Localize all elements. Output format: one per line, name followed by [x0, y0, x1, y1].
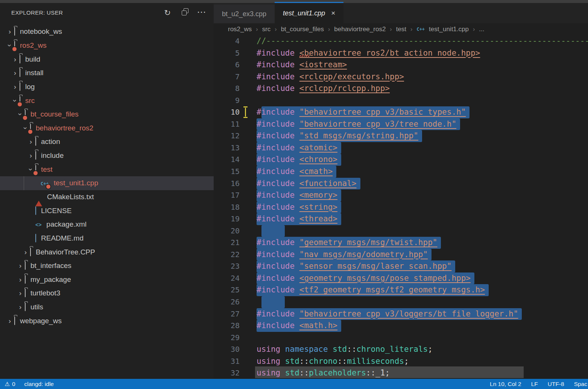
- code-line-30[interactable]: 30using namespace std::chrono_literals;: [214, 344, 588, 356]
- breadcrumb-item-ros2_ws[interactable]: ros2_ws: [228, 26, 252, 33]
- line-content[interactable]: #include <string>: [240, 201, 588, 213]
- line-content[interactable]: #include "behaviortree_cpp_v3/loggers/bt…: [240, 308, 588, 320]
- tab-close-icon[interactable]: ×: [331, 9, 335, 17]
- line-content[interactable]: [240, 296, 588, 308]
- code-line-15[interactable]: 15#include <cmath>: [214, 166, 588, 178]
- code-line-9[interactable]: 9: [214, 95, 588, 107]
- line-content[interactable]: #include "behaviortree_cpp_v3/tree_node.…: [240, 118, 588, 130]
- code-line-5[interactable]: 5#include <behaviortree_ros2/bt_action_n…: [214, 47, 588, 59]
- line-content[interactable]: [240, 225, 588, 237]
- breadcrumb-more[interactable]: ...: [479, 26, 484, 33]
- tree-item-install[interactable]: ›install: [0, 66, 214, 80]
- code-line-29[interactable]: 29: [214, 332, 588, 344]
- code-line-23[interactable]: 23#include "sensor_msgs/msg/laser_scan.h…: [214, 260, 588, 272]
- code-line-6[interactable]: 6#include <iostream>: [214, 59, 588, 71]
- collapse-all-button[interactable]: [180, 8, 190, 17]
- breadcrumb-item-test[interactable]: test: [396, 26, 406, 33]
- problems-indicator[interactable]: ⚠ 0: [5, 381, 15, 387]
- line-content[interactable]: #include <rclcpp/executors.hpp>: [240, 71, 588, 83]
- tree-item-action[interactable]: ›action: [0, 135, 214, 149]
- line-content[interactable]: //--------------------------------------…: [240, 35, 588, 47]
- code-line-25[interactable]: 25#include <tf2_geometry_msgs/tf2_geomet…: [214, 284, 588, 296]
- tree-item-test_unit1.cpp[interactable]: ›C++test_unit1.cpp: [0, 176, 214, 190]
- tree-item-turtlebot3[interactable]: ›turtlebot3: [0, 286, 214, 300]
- code-line-22[interactable]: 22#include "nav_msgs/msg/odometry.hpp": [214, 249, 588, 261]
- encoding-indicator[interactable]: UTF-8: [548, 381, 564, 387]
- clangd-status[interactable]: clangd: idle: [24, 381, 54, 387]
- code-line-8[interactable]: 8#include <rclcpp/rclcpp.hpp>: [214, 83, 588, 95]
- breadcrumb-item-bt_course_files[interactable]: bt_course_files: [281, 26, 324, 33]
- code-line-24[interactable]: 24#include <geometry_msgs/msg/pose_stamp…: [214, 272, 588, 285]
- code-editor[interactable]: 4//-------------------------------------…: [214, 35, 588, 379]
- line-content[interactable]: #include "sensor_msgs/msg/laser_scan.hpp…: [240, 260, 588, 272]
- code-line-31[interactable]: 31using std::chrono::milliseconds;: [214, 356, 588, 368]
- tree-item-package.xml[interactable]: ›<>package.xml: [0, 218, 214, 232]
- code-line-14[interactable]: 14#include <chrono>: [214, 154, 588, 166]
- more-actions-button[interactable]: ···: [197, 8, 207, 17]
- tree-item-log[interactable]: ›log: [0, 80, 214, 94]
- code-line-13[interactable]: 13#include <atomic>: [214, 142, 588, 154]
- line-content[interactable]: using std::chrono::milliseconds;: [240, 356, 588, 368]
- line-content[interactable]: #include <chrono>: [240, 154, 588, 166]
- line-content[interactable]: #include <tf2_geometry_msgs/tf2_geometry…: [240, 284, 588, 296]
- tree-item-utils[interactable]: ›utils: [0, 300, 214, 314]
- tab-bt_u2_ex3.cpp[interactable]: bt_u2_ex3.cpp: [214, 5, 275, 23]
- tree-item-include[interactable]: ›include: [0, 149, 214, 163]
- line-content[interactable]: #include "std_msgs/msg/string.hpp": [240, 130, 588, 142]
- code-line-28[interactable]: 28#include <math.h>: [214, 320, 588, 332]
- tree-item-behaviortree_ros2[interactable]: ›behaviortree_ros2: [0, 121, 214, 135]
- line-content[interactable]: #include <cmath>: [240, 166, 588, 178]
- refresh-button[interactable]: ↻: [163, 8, 172, 17]
- code-line-19[interactable]: 19#include <thread>: [214, 213, 588, 225]
- tree-item-build[interactable]: ›build: [0, 52, 214, 66]
- code-line-18[interactable]: 18#include <string>: [214, 201, 588, 213]
- line-content[interactable]: #include <iostream>: [240, 59, 588, 71]
- tree-item-bt_interfaces[interactable]: ›bt_interfaces: [0, 259, 214, 273]
- line-content[interactable]: #include <geometry_msgs/msg/pose_stamped…: [240, 272, 588, 285]
- line-content[interactable]: #include <thread>: [240, 213, 588, 225]
- line-content[interactable]: #include <behaviortree_ros2/bt_action_no…: [240, 47, 588, 59]
- code-line-32[interactable]: 32using std::placeholders::_1;: [214, 367, 588, 379]
- code-line-16[interactable]: 16#include <functional>: [214, 178, 588, 190]
- code-line-4[interactable]: 4//-------------------------------------…: [214, 35, 588, 47]
- tree-item-my_package[interactable]: ›my_package: [0, 273, 214, 287]
- line-content[interactable]: #include "geometry_msgs/msg/twist.hpp": [240, 237, 588, 249]
- line-content[interactable]: #include <atomic>: [240, 142, 588, 154]
- eol-indicator[interactable]: LF: [531, 381, 538, 387]
- tree-item-ros2_ws[interactable]: ›ros2_ws: [0, 39, 214, 53]
- code-line-20[interactable]: 20: [214, 225, 588, 237]
- line-content[interactable]: using namespace std::chrono_literals;: [240, 344, 588, 356]
- code-line-7[interactable]: 7#include <rclcpp/executors.hpp>: [214, 71, 588, 83]
- code-line-11[interactable]: 11#include "behaviortree_cpp_v3/tree_nod…: [214, 118, 588, 130]
- line-content[interactable]: #include <memory>: [240, 189, 588, 201]
- tab-test_unit1.cpp[interactable]: test_unit1.cpp×: [275, 2, 343, 23]
- tree-item-test[interactable]: ›test: [0, 162, 214, 176]
- code-line-10[interactable]: 10#include "behaviortree_cpp_v3/basic_ty…: [214, 106, 588, 118]
- breadcrumb-item-test_unit1.cpp[interactable]: test_unit1.cpp: [429, 26, 469, 33]
- cursor-position[interactable]: Ln 10, Col 2: [490, 381, 521, 387]
- indentation-indicator[interactable]: Spac: [574, 381, 587, 387]
- tree-item-notebook_ws[interactable]: ›notebook_ws: [0, 25, 214, 39]
- line-content[interactable]: [240, 332, 588, 344]
- tree-item-CMakeLists.txt[interactable]: ›CMakeLists.txt: [0, 190, 214, 204]
- tree-item-BehaviorTree.CPP[interactable]: ›BehaviorTree.CPP: [0, 245, 214, 259]
- code-line-26[interactable]: 26: [214, 296, 588, 308]
- code-line-12[interactable]: 12#include "std_msgs/msg/string.hpp": [214, 130, 588, 142]
- tree-item-webpage_ws[interactable]: ›webpage_ws: [0, 314, 214, 328]
- tree-item-bt_course_files[interactable]: ›bt_course_files: [0, 107, 214, 121]
- code-line-17[interactable]: 17#include <memory>: [214, 189, 588, 201]
- code-line-21[interactable]: 21#include "geometry_msgs/msg/twist.hpp": [214, 237, 588, 249]
- breadcrumb-item-behaviortree_ros2[interactable]: behaviortree_ros2: [334, 26, 386, 33]
- tree-item-src[interactable]: ›src: [0, 94, 214, 107]
- line-content[interactable]: #include <math.h>: [240, 320, 588, 332]
- line-content[interactable]: [240, 95, 588, 107]
- line-content[interactable]: #include <rclcpp/rclcpp.hpp>: [240, 83, 588, 95]
- code-line-27[interactable]: 27#include "behaviortree_cpp_v3/loggers/…: [214, 308, 588, 320]
- line-content[interactable]: #include <functional>: [240, 178, 588, 190]
- tree-item-README.md[interactable]: ›README.md: [0, 232, 214, 245]
- line-content[interactable]: #include "behaviortree_cpp_v3/basic_type…: [240, 106, 588, 118]
- line-content[interactable]: #include "nav_msgs/msg/odometry.hpp": [240, 249, 588, 261]
- tree-item-LICENSE[interactable]: ›LICENSE: [0, 204, 214, 218]
- line-content[interactable]: using std::placeholders::_1;: [240, 367, 588, 379]
- breadcrumb-item-src[interactable]: src: [262, 26, 271, 33]
